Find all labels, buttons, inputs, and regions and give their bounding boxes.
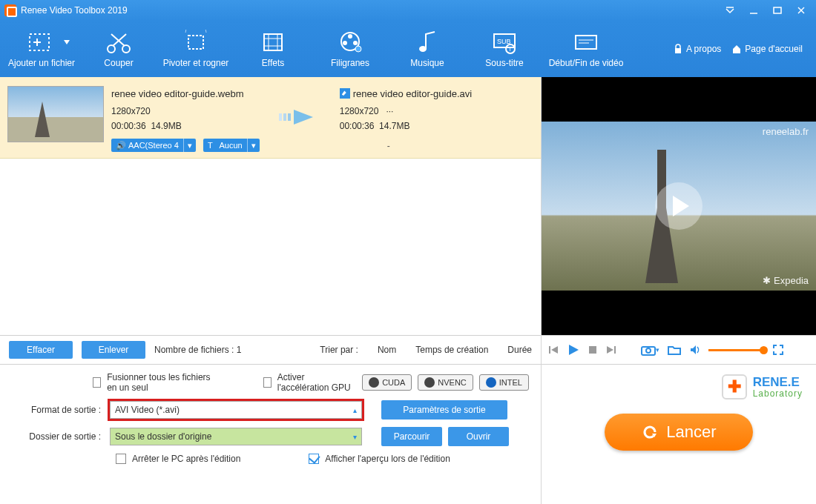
folder-label: Dossier de sortie : [12,431,101,442]
text-icon: T Aucun [203,139,248,153]
subtitle-track-selector[interactable]: T Aucun▾ [203,139,260,152]
tool-intro-outro[interactable]: Début/Fin de vidéo [543,30,629,68]
open-button[interactable]: Ouvrir [448,427,509,446]
sort-name[interactable]: Nom [378,345,396,355]
output-folder-combo[interactable]: Sous le dossier d'origine ▾ [110,428,362,445]
close-button[interactable] [791,3,812,18]
svg-text:T: T [508,46,512,53]
output-settings: Fusionner tous les fichiers en un seul A… [0,365,541,504]
gpu-checkbox[interactable] [263,377,272,388]
tool-watermark[interactable]: Filigranes [312,30,389,68]
skip-back-button[interactable] [547,344,559,356]
maximize-button[interactable] [767,3,788,18]
volume-slider[interactable] [708,349,765,351]
svg-marker-38 [551,346,558,354]
sort-time[interactable]: Temps de création [415,345,488,355]
sort-duration[interactable]: Durée [507,345,532,355]
merge-checkbox[interactable] [93,377,101,388]
svg-point-9 [108,45,115,53]
tool-label: Musique [410,58,444,68]
svg-rect-34 [283,113,286,121]
preview-play-button[interactable] [655,182,703,230]
snapshot-button[interactable]: ▾ [641,344,659,356]
svg-rect-14 [264,34,282,50]
brand-line2: Laboratory [753,389,803,399]
svg-point-21 [343,41,347,45]
add-file-icon [27,30,56,55]
output-params-button[interactable]: Paramètres de sortie [381,400,507,420]
gpu-chip-intel[interactable]: INTEL [479,374,529,391]
main-toolbar: Ajouter un fichier Couper Pivoter et rog… [0,21,816,77]
home-icon [731,44,742,54]
gpu-chip-nvenc[interactable]: NVENC [418,374,473,391]
output-filename: renee video editor-guide.avi [353,88,472,99]
merge-label: Fusionner tous les fichiers en un seul [107,372,220,393]
tool-music[interactable]: Musique [389,30,466,68]
skip-forward-button[interactable] [605,344,617,356]
convert-arrow-icon [279,107,323,153]
chevron-down-icon: ▾ [184,139,196,153]
nvidia-icon [424,377,435,388]
tool-label: Sous-titre [485,58,523,68]
options-dropdown-icon[interactable] [720,3,740,18]
edit-icon[interactable] [340,88,350,99]
brand-line1: RENE.E [753,376,803,389]
shutdown-checkbox[interactable] [116,454,126,464]
preview-checkbox[interactable] [309,454,319,464]
open-folder-button[interactable] [667,344,682,356]
tool-label: Couper [104,58,133,68]
svg-rect-37 [549,346,550,354]
tool-add-file[interactable]: Ajouter un fichier [3,30,80,68]
volume-button[interactable] [689,344,701,356]
brand-logo-icon: ✚ [722,374,747,399]
output-format-combo[interactable]: AVI Video (*.avi) ▴ [110,401,362,419]
remove-button[interactable]: Enlever [82,341,145,359]
tool-cut[interactable]: Couper [80,30,157,68]
file-list: renee video editor-guide.webm 1280x720 0… [0,77,541,335]
input-resolution: 1280x720 [111,104,260,119]
tool-effects[interactable]: Effets [234,30,312,68]
home-label: Page d'accueil [745,44,803,54]
stop-button[interactable] [588,345,598,355]
music-note-icon [412,30,442,55]
output-resolution: 1280x720 [340,106,379,116]
fullscreen-button[interactable] [772,344,784,356]
home-link[interactable]: Page d'accueil [731,44,803,54]
refresh-icon [641,423,659,441]
reel-icon [335,30,365,55]
svg-point-23 [355,46,361,52]
browse-button[interactable]: Parcourir [381,427,442,446]
play-button[interactable] [567,343,580,357]
format-label: Format de sortie : [12,405,101,415]
tool-subtitle[interactable]: SUBT Sous-titre [466,30,543,68]
svg-rect-29 [576,36,596,49]
tool-label: Début/Fin de vidéo [549,58,624,68]
gpu-label: Activer l'accélération GPU [277,372,356,393]
tool-rotate-crop[interactable]: Pivoter et rogner [157,30,234,68]
shutdown-label: Arrêter le PC après l'édition [132,454,240,464]
chevron-up-icon: ▴ [353,406,357,414]
speaker-icon: 🔊 AAC(Stereo 4 [111,139,184,153]
output-dash: - [387,139,390,153]
gpu-chip-cuda[interactable]: CUDA [362,374,412,391]
launch-button[interactable]: Lancer [605,414,753,451]
about-label: A propos [686,44,721,54]
clear-button[interactable]: Effacer [9,341,73,359]
card-icon [571,30,601,55]
output-extra: ··· [386,106,393,116]
file-count-label: Nombre de fichiers : 1 [154,345,241,355]
file-row[interactable]: renee video editor-guide.webm 1280x720 0… [0,77,541,159]
video-preview: reneelab.fr ✱ Expedia [542,77,816,335]
expedia-watermark: ✱ Expedia [763,275,809,286]
audio-track-selector[interactable]: 🔊 AAC(Stereo 4▾ [111,139,196,152]
launch-label: Lancer [666,422,716,442]
app-title: Renee Video Toolbox 2019 [21,5,128,16]
about-link[interactable]: A propos [673,44,721,54]
player-controls: ▾ [542,335,816,365]
svg-point-20 [348,34,352,39]
minimize-button[interactable] [743,3,764,18]
file-thumbnail [7,86,104,142]
input-file-info: renee video editor-guide.webm 1280x720 0… [111,86,260,153]
svg-rect-32 [675,48,681,53]
output-duration: 00:00:36 [340,121,375,131]
